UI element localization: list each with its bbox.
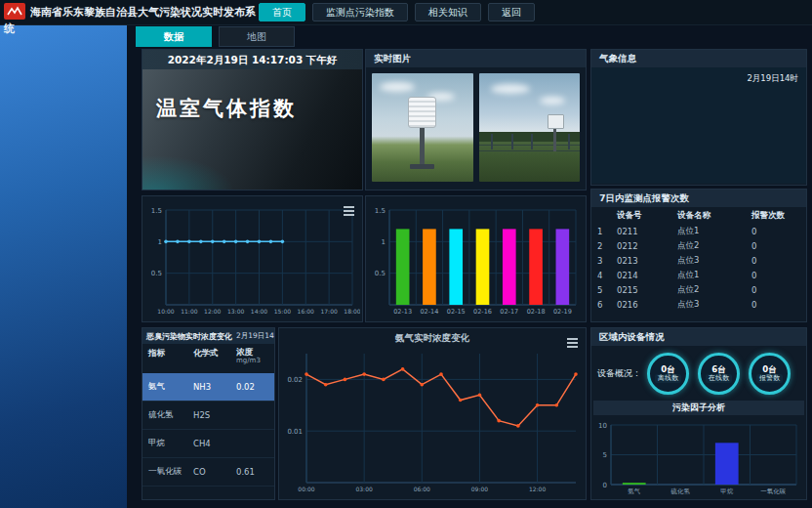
svg-text:13:00: 13:00: [227, 308, 244, 315]
table-cell: 4: [595, 271, 615, 280]
table-cell: CO: [191, 467, 234, 477]
table-cell: 0.02: [234, 382, 270, 392]
svg-text:氨气: 氨气: [628, 487, 641, 495]
device-stat-rings: 0台 离线数 6台 在线数 0台 报警数: [647, 353, 791, 395]
table-cell: 0214: [615, 271, 675, 280]
table-cell: 点位1: [675, 226, 750, 237]
table-cell: 0: [750, 227, 798, 236]
table-cell: 氨气: [146, 381, 191, 393]
svg-text:5: 5: [603, 451, 607, 459]
svg-text:1: 1: [382, 238, 386, 246]
svg-text:16:00: 16:00: [298, 308, 314, 315]
fence-post: [568, 134, 570, 149]
table-cell: 2: [595, 241, 615, 251]
col-concentration-unit: mg/m3: [236, 357, 268, 365]
svg-text:1.5: 1.5: [375, 207, 386, 215]
svg-text:10:00: 10:00: [157, 308, 174, 315]
table-cell: 0215: [615, 285, 675, 295]
analysis-title: 污染因子分析: [593, 401, 804, 415]
odor-table: 指标 化学式 浓度 mg/m3 氨气NH30.02硫化氢H2S甲烷CH4一氧化碳…: [142, 344, 274, 487]
devices-title: 区域内设备情况: [591, 328, 806, 346]
svg-text:0.02: 0.02: [287, 376, 303, 384]
menu-lines: [344, 206, 354, 208]
svg-text:18:00: 18:00: [344, 308, 360, 315]
table-cell: 0212: [615, 241, 675, 251]
svg-text:02-16: 02-16: [473, 308, 492, 316]
svg-text:15:00: 15:00: [274, 308, 291, 315]
table-cell: 0216: [615, 300, 675, 310]
site-photo-1[interactable]: [372, 73, 473, 182]
table-cell: 0: [750, 300, 798, 310]
alarm-title: 7日内监测点报警次数: [591, 190, 806, 207]
col-indicator: 指标: [146, 348, 191, 371]
table-cell: 0.61: [234, 467, 270, 477]
svg-text:10: 10: [598, 422, 607, 430]
table-row[interactable]: 氨气NH30.02: [142, 373, 274, 402]
table-cell: H2S: [191, 410, 234, 420]
svg-text:17:00: 17:00: [320, 308, 337, 315]
stat-offline-label: 离线数: [655, 374, 681, 383]
col-formula: 化学式: [191, 348, 234, 371]
table-cell: 5: [595, 285, 615, 295]
col-concentration-label: 浓度: [236, 348, 268, 357]
table-row: 40214点位10: [591, 268, 806, 282]
svg-text:一氧化碳: 一氧化碳: [760, 487, 787, 495]
svg-text:02-19: 02-19: [553, 308, 572, 316]
device-overview: 设备概况： 0台 离线数 6台 在线数 0台 报警数: [591, 346, 806, 401]
table-cell: 1: [595, 227, 615, 236]
table-cell: 点位3: [675, 299, 750, 311]
chart-menu-icon[interactable]: [341, 200, 356, 213]
table-cell: 甲烷: [146, 438, 191, 449]
table-cell: NH3: [191, 382, 234, 392]
table-row: 20212点位20: [591, 238, 806, 253]
svg-text:硫化氢: 硫化氢: [670, 487, 691, 495]
nav-knowledge[interactable]: 相关知识: [415, 3, 481, 21]
odor-panel: 恶臭污染物实时浓度变化 2月19日14时 指标 化学式 浓度 mg/m3 氨气N…: [142, 327, 275, 500]
weather-timestamp: 2月19日14时: [747, 73, 798, 85]
greeting-panel: 2022年2月19日 14:17:03 下午好 温室气体指数: [142, 49, 363, 190]
col-device-id: 设备号: [615, 210, 675, 222]
stat-alarm-count: 0台: [762, 364, 776, 374]
table-cell: 6: [595, 300, 615, 310]
table-row[interactable]: 一氧化碳CO0.61: [142, 458, 274, 487]
table-cell: 0211: [615, 227, 675, 236]
cloud-shape: [491, 84, 530, 94]
table-row[interactable]: 硫化氢H2S: [142, 402, 274, 430]
cloud-shape: [540, 97, 565, 105]
logo-icon: [4, 3, 25, 21]
main-nav: 首页 监测点污染指数 相关知识 返回: [259, 3, 535, 21]
svg-text:0.5: 0.5: [151, 270, 162, 277]
nav-back[interactable]: 返回: [488, 3, 535, 21]
stat-online-count: 6台: [711, 364, 725, 374]
table-row: 60216点位30: [591, 297, 806, 312]
alarm-table-header: 设备号 设备名称 报警次数: [591, 207, 806, 224]
daily-bars-panel: 0.511.502-1302-1402-1502-1602-1702-1802-…: [365, 195, 587, 322]
svg-text:14:00: 14:00: [251, 308, 267, 315]
svg-text:02-13: 02-13: [393, 308, 412, 316]
svg-text:06:00: 06:00: [414, 486, 430, 492]
alarm-table-body: 10211点位1020212点位2030213点位3040214点位105021…: [591, 224, 806, 312]
weather-body: 2月19日14时: [591, 67, 806, 184]
stat-offline: 0台 离线数: [647, 353, 689, 395]
table-cell: 3: [595, 256, 615, 266]
chart-menu-icon[interactable]: [564, 332, 580, 345]
station-pole: [553, 128, 556, 151]
table-row[interactable]: 甲烷CH4: [142, 430, 274, 458]
stat-online: 6台 在线数: [698, 353, 740, 395]
svg-text:0: 0: [603, 482, 607, 489]
col-concentration: 浓度 mg/m3: [234, 348, 270, 371]
nav-station-index[interactable]: 监测点污染指数: [312, 3, 408, 21]
table-cell: CH4: [191, 439, 234, 448]
content-area: 数据 地图 2022年2月19日 14:17:03 下午好 温室气体指数 实时图…: [127, 24, 812, 508]
odor-title: 恶臭污染物实时浓度变化: [146, 331, 232, 342]
top-bar: 海南省乐东黎族自治县大气污染状况实时发布系 统 首页 监测点污染指数 相关知识 …: [0, 0, 812, 25]
table-cell: 点位1: [675, 270, 750, 281]
svg-text:02-15: 02-15: [447, 308, 466, 316]
odor-table-header: 指标 化学式 浓度 mg/m3: [142, 344, 274, 373]
fence-post: [511, 134, 513, 149]
svg-text:12:00: 12:00: [529, 486, 546, 492]
treeline: [479, 132, 581, 142]
table-cell: 0213: [615, 256, 675, 266]
site-photo-2[interactable]: [479, 73, 581, 182]
col-alarm-count: 报警次数: [750, 210, 798, 222]
